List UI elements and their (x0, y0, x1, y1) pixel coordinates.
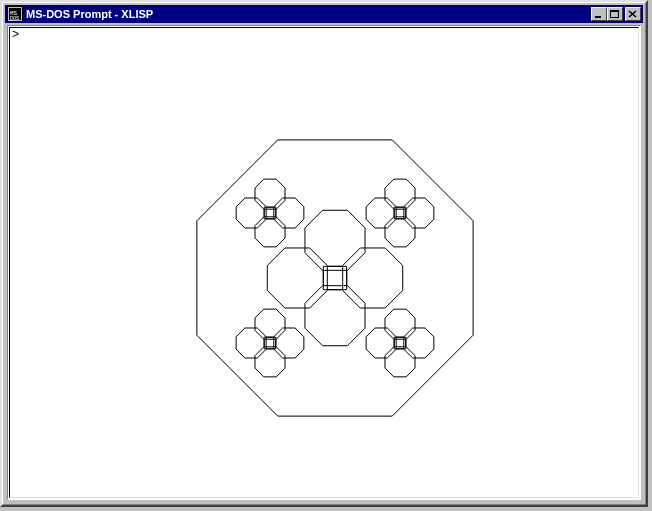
svg-marker-20 (255, 179, 285, 209)
svg-marker-65 (236, 328, 266, 358)
window-controls (591, 7, 641, 21)
svg-marker-17 (267, 248, 327, 308)
app-window: MS DOS MS-DOS Prompt - XLISP > (0, 0, 648, 507)
svg-marker-59 (274, 328, 304, 358)
svg-marker-23 (274, 198, 304, 228)
svg-marker-62 (255, 347, 285, 377)
svg-marker-44 (385, 309, 415, 339)
close-button[interactable] (625, 7, 641, 21)
svg-rect-7 (610, 10, 619, 12)
svg-marker-68 (197, 140, 473, 416)
minimize-button[interactable] (591, 7, 607, 21)
svg-marker-26 (255, 217, 285, 247)
svg-marker-41 (366, 198, 396, 228)
client-area: > (7, 25, 641, 500)
svg-marker-47 (404, 328, 434, 358)
svg-marker-14 (305, 286, 365, 346)
window-chrome: MS DOS MS-DOS Prompt - XLISP > (2, 2, 646, 505)
svg-marker-50 (385, 347, 415, 377)
svg-marker-56 (255, 309, 285, 339)
svg-marker-53 (366, 328, 396, 358)
svg-marker-8 (305, 210, 365, 270)
svg-marker-35 (404, 198, 434, 228)
console-canvas[interactable]: > (9, 27, 639, 498)
svg-marker-11 (343, 248, 403, 308)
svg-text:DOS: DOS (10, 16, 19, 22)
ms-dos-icon[interactable]: MS DOS (7, 6, 23, 22)
svg-marker-29 (236, 198, 266, 228)
window-title: MS-DOS Prompt - XLISP (26, 8, 591, 20)
svg-rect-5 (595, 16, 601, 18)
titlebar[interactable]: MS DOS MS-DOS Prompt - XLISP (5, 5, 643, 23)
turtle-graphic-output (10, 28, 638, 497)
svg-marker-38 (385, 217, 415, 247)
maximize-button[interactable] (607, 7, 623, 21)
svg-marker-32 (385, 179, 415, 209)
